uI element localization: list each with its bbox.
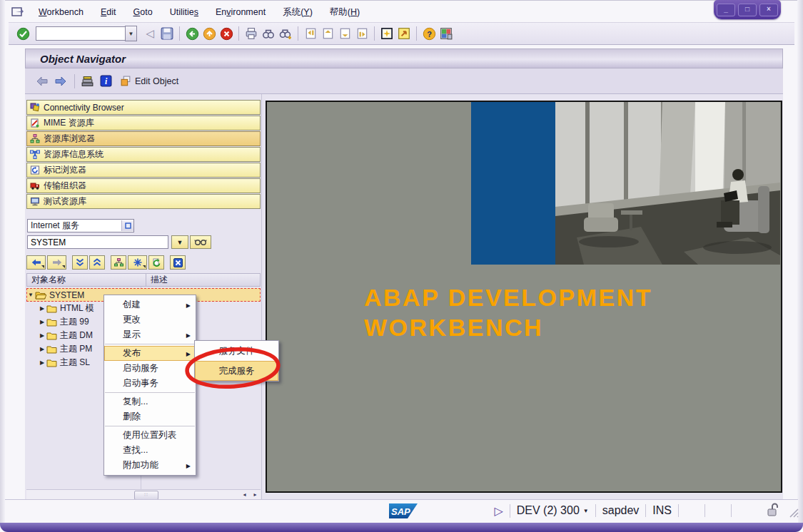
sidebar-item-tag-browser[interactable]: 标记浏览器: [26, 163, 261, 178]
expander-open-icon[interactable]: ▼: [26, 292, 35, 298]
object-name-input[interactable]: [27, 235, 168, 249]
print-button[interactable]: [243, 25, 260, 42]
command-field[interactable]: [36, 26, 125, 41]
connectivity-browser-icon: [30, 103, 40, 112]
folder-icon: [46, 332, 57, 340]
application-toolbar: i Edit Object: [25, 68, 783, 94]
submenu-item-service-file[interactable]: 服务文件: [195, 341, 278, 361]
menu-item-publish[interactable]: 发布▶: [104, 346, 196, 361]
status-empty-cell: [705, 504, 732, 517]
menu-item-start-transaction[interactable]: 启动事务: [104, 376, 196, 391]
tree-header: 对象名称 描述: [26, 273, 261, 287]
display-button[interactable]: [190, 235, 211, 249]
expander-closed-icon[interactable]: ▶: [38, 332, 46, 339]
help-button[interactable]: ?: [420, 25, 438, 42]
object-type-select[interactable]: Internet 服务: [27, 219, 134, 232]
transport-organizer-icon: [30, 181, 40, 190]
customize-layout-button[interactable]: [438, 25, 455, 42]
back-arrow-icon: [186, 27, 199, 41]
menu-item-display[interactable]: 显示▶: [104, 327, 196, 342]
menu-workbench[interactable]: Workbench: [30, 5, 92, 19]
layout-grid-icon: [440, 27, 453, 40]
menu-item-change[interactable]: 更改: [104, 312, 196, 327]
expander-closed-icon[interactable]: ▶: [38, 319, 46, 325]
menu-item-additional-functions[interactable]: 附加功能▶: [104, 458, 196, 473]
prev-page-button[interactable]: [319, 25, 336, 42]
scroll-left-arrow[interactable]: ◂: [240, 491, 249, 498]
minimize-button[interactable]: _: [717, 4, 735, 16]
sidebar-item-test-repository[interactable]: 测试资源库: [26, 194, 261, 209]
command-dropdown-icon[interactable]: ▼: [125, 26, 137, 41]
history-list-button[interactable]: [79, 73, 96, 90]
status-system-field[interactable]: DEV (2) 300 ▼: [510, 504, 596, 517]
menu-item-copy[interactable]: 复制...: [104, 394, 196, 409]
stack-icon: [81, 75, 94, 88]
shortcut-icon: [398, 27, 410, 40]
sidebar-item-transport-organizer[interactable]: 传输组织器: [26, 178, 261, 193]
find-button[interactable]: [260, 25, 277, 42]
history-forward-button[interactable]: [52, 73, 69, 90]
nav-exit-button[interactable]: [201, 25, 218, 42]
enter-button[interactable]: [14, 25, 31, 42]
create-shortcut-button[interactable]: [395, 25, 413, 42]
edit-object-button[interactable]: Edit Object: [116, 74, 183, 88]
menu-item-find[interactable]: 查找...: [104, 443, 196, 458]
submenu-item-complete-service[interactable]: 完成服务: [195, 361, 278, 381]
find-next-button[interactable]: [277, 25, 294, 42]
folder-icon: [46, 345, 57, 354]
favorites-button[interactable]: [128, 255, 147, 270]
refresh-button[interactable]: [148, 255, 164, 270]
menu-item-create[interactable]: 创建▶: [104, 297, 196, 312]
resize-grip[interactable]: [789, 508, 799, 518]
new-session-button[interactable]: [378, 25, 395, 42]
info-button[interactable]: i: [97, 73, 114, 90]
system-menu-icon[interactable]: [11, 6, 26, 18]
close-panel-button[interactable]: [170, 255, 186, 270]
save-button[interactable]: [158, 25, 176, 42]
next-page-button[interactable]: [336, 25, 353, 42]
maximize-button[interactable]: □: [738, 4, 757, 16]
column-object-name[interactable]: 对象名称: [27, 274, 146, 286]
sidebar-item-repository-infosystem[interactable]: 资源库信息系统: [26, 147, 261, 162]
status-play-icon[interactable]: ▷: [488, 504, 510, 518]
menu-item-where-used-list[interactable]: 使用位置列表: [104, 428, 196, 443]
nav-back-button[interactable]: [183, 25, 201, 42]
back-triangle-icon[interactable]: ◁: [141, 25, 158, 42]
collapse-all-button[interactable]: [89, 255, 105, 270]
tree-back-button[interactable]: [26, 255, 46, 270]
help-icon: ?: [423, 27, 436, 41]
last-page-button[interactable]: [353, 25, 370, 42]
hierarchy-button[interactable]: [111, 255, 126, 270]
expander-closed-icon[interactable]: ▶: [38, 305, 46, 312]
expand-all-button[interactable]: [72, 255, 88, 270]
menu-utilities[interactable]: Utilities: [161, 5, 207, 19]
status-user-field: sapdev: [596, 504, 647, 517]
nav-cancel-button[interactable]: [218, 25, 235, 42]
panel-divider: [261, 94, 262, 499]
padlock-open-icon[interactable]: [766, 503, 779, 517]
history-back-button[interactable]: [34, 73, 51, 90]
expander-closed-icon[interactable]: ▶: [38, 346, 46, 352]
menu-edit[interactable]: Edit: [92, 5, 125, 19]
submenu-arrow-icon: ▶: [186, 298, 191, 313]
menu-separator: [105, 426, 195, 426]
scroll-right-arrow[interactable]: ▸: [251, 491, 260, 498]
sidebar-item-connectivity-browser[interactable]: Connectivity Browser: [26, 100, 261, 115]
sidebar-item-repository-browser[interactable]: 资源库浏览器: [26, 131, 261, 146]
menu-system[interactable]: 系统(Y): [274, 4, 321, 21]
sidebar-item-mime-repository[interactable]: MIME 资源库: [26, 116, 261, 131]
column-description[interactable]: 描述: [146, 274, 168, 286]
object-name-dropdown[interactable]: ▼: [171, 235, 188, 249]
menu-item-delete[interactable]: 删除: [104, 409, 196, 424]
title-bar: Object Navigator: [25, 48, 783, 68]
menu-goto[interactable]: Goto: [125, 5, 161, 19]
menu-item-start-service[interactable]: 启动服务: [104, 361, 196, 376]
tree-forward-button[interactable]: [47, 255, 66, 270]
menu-help[interactable]: 帮助(H): [321, 4, 368, 21]
first-page-button[interactable]: [302, 25, 319, 42]
close-button[interactable]: ×: [759, 4, 778, 16]
object-list-icon[interactable]: [121, 220, 133, 231]
system-dropdown-icon[interactable]: ▼: [583, 508, 589, 514]
menu-environment[interactable]: Environment: [207, 5, 274, 19]
expander-closed-icon[interactable]: ▶: [38, 359, 46, 366]
